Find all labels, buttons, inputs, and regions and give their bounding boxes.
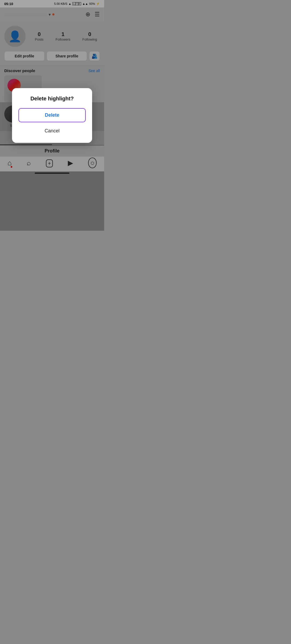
modal-title: Delete highlight? — [18, 96, 86, 102]
delete-highlight-modal: Delete highlight? Delete Cancel — [12, 88, 92, 143]
modal-delete-button[interactable]: Delete — [18, 108, 86, 122]
modal-cancel-button[interactable]: Cancel — [18, 124, 86, 138]
modal-overlay: Delete highlight? Delete Cancel — [0, 0, 104, 231]
